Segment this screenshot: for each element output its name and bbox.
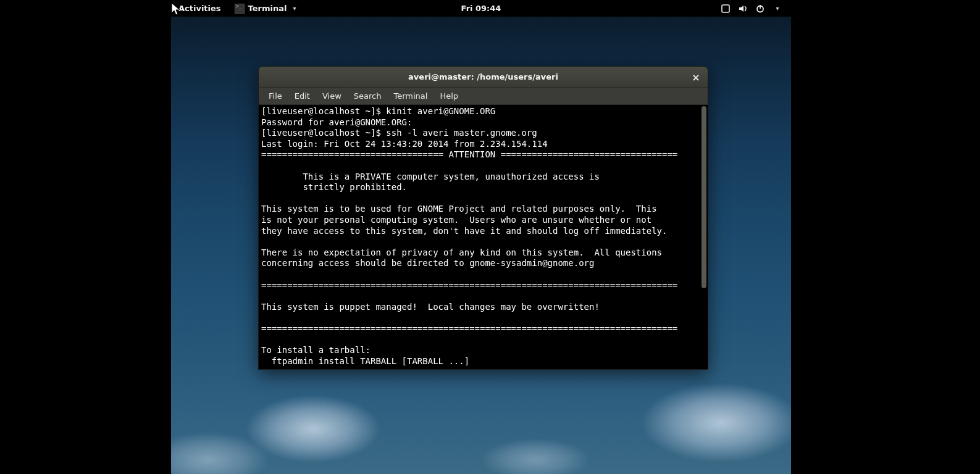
desktop: Activities Terminal ▾ Fri 09:44 ▾ averi@… xyxy=(171,0,791,474)
clock[interactable]: Fri 09:44 xyxy=(461,4,501,13)
menu-file[interactable]: File xyxy=(262,89,288,103)
scrollbar-thumb[interactable] xyxy=(701,106,706,288)
activities-button[interactable]: Activities xyxy=(171,0,228,17)
window-title: averi@master: /home/users/averi xyxy=(408,72,558,81)
accessibility-icon xyxy=(721,4,731,14)
volume-icon xyxy=(738,4,748,14)
app-menu-label: Terminal xyxy=(248,4,287,13)
terminal-app-icon xyxy=(235,4,245,14)
window-close-button[interactable]: × xyxy=(689,70,703,84)
wallpaper-cloud xyxy=(640,383,791,463)
menu-terminal[interactable]: Terminal xyxy=(387,89,433,103)
menu-search[interactable]: Search xyxy=(348,89,388,103)
chevron-down-icon: ▾ xyxy=(773,4,782,14)
status-area[interactable]: ▾ xyxy=(721,4,791,14)
top-bar: Activities Terminal ▾ Fri 09:44 ▾ xyxy=(171,0,791,17)
chevron-down-icon: ▾ xyxy=(293,5,296,12)
terminal-window: averi@master: /home/users/averi × File E… xyxy=(258,66,708,370)
close-icon: × xyxy=(692,72,700,83)
terminal-output: [liveuser@localhost ~]$ kinit averi@GNOM… xyxy=(261,106,705,367)
menu-view[interactable]: View xyxy=(316,89,348,103)
menu-bar: File Edit View Search Terminal Help xyxy=(259,88,708,105)
wallpaper-cloud xyxy=(480,438,591,474)
app-menu[interactable]: Terminal ▾ xyxy=(228,0,303,17)
menu-edit[interactable]: Edit xyxy=(288,89,316,103)
svg-rect-0 xyxy=(722,5,729,12)
activities-label: Activities xyxy=(178,4,221,13)
window-titlebar[interactable]: averi@master: /home/users/averi × xyxy=(259,67,708,88)
terminal-viewport[interactable]: [liveuser@localhost ~]$ kinit averi@GNOM… xyxy=(259,105,708,369)
clock-label: Fri 09:44 xyxy=(461,4,501,13)
menu-help[interactable]: Help xyxy=(433,89,464,103)
power-icon xyxy=(755,4,765,14)
